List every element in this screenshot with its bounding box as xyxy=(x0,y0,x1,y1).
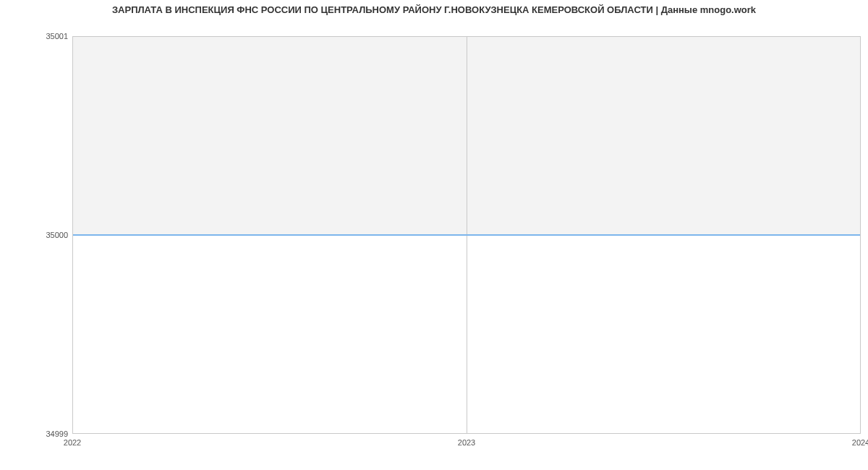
plot-area xyxy=(72,36,861,434)
x-tick-label: 2022 xyxy=(64,438,81,447)
y-tick-label: 35001 xyxy=(3,32,68,40)
x-tick-label: 2024 xyxy=(852,438,868,447)
y-tick-label: 34999 xyxy=(3,430,68,438)
chart-title: ЗАРПЛАТА В ИНСПЕКЦИЯ ФНС РОССИИ ПО ЦЕНТР… xyxy=(0,4,868,15)
chart-container: ЗАРПЛАТА В ИНСПЕКЦИЯ ФНС РОССИИ ПО ЦЕНТР… xyxy=(0,0,868,470)
x-tick-label: 2023 xyxy=(458,438,475,447)
data-series-line xyxy=(73,234,860,236)
y-tick-label: 35000 xyxy=(3,231,68,239)
